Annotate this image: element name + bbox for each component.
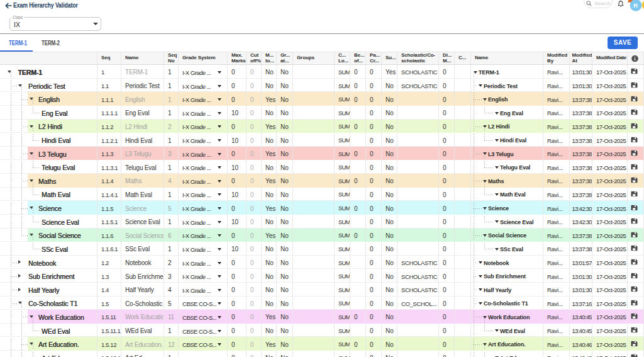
svg-text:R: R — [633, 2, 638, 9]
